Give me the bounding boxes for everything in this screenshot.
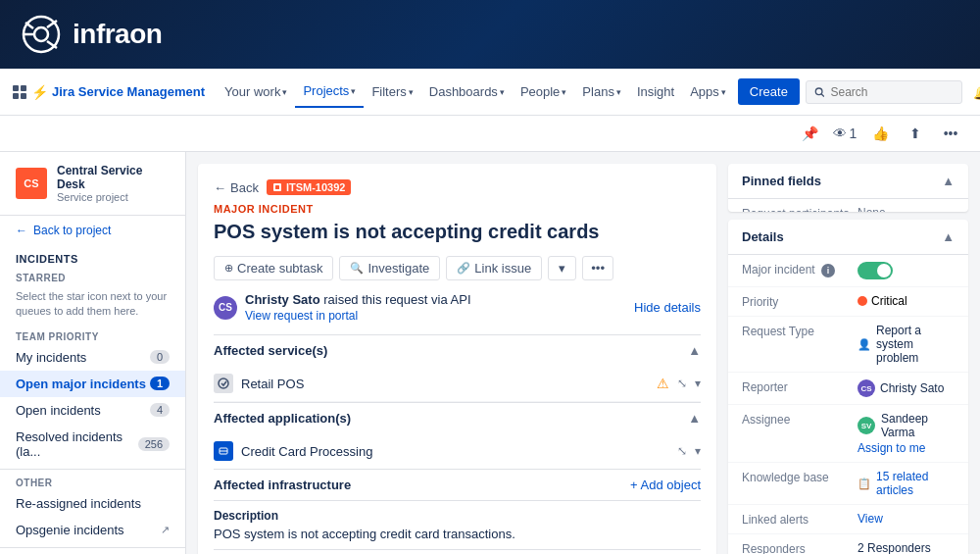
investigate-icon: 🔍 bbox=[350, 262, 364, 275]
brand-logo-icon bbox=[20, 13, 63, 56]
more-actions-button[interactable]: ••• bbox=[937, 120, 964, 147]
request-type-row: Request Type 👤 Report a system problem bbox=[728, 317, 968, 373]
brand-name-text: infraon bbox=[73, 19, 162, 50]
app-chevron[interactable]: ▾ bbox=[695, 444, 701, 458]
details-chevron[interactable]: ▲ bbox=[942, 229, 955, 244]
apps-chevron-icon[interactable]: ▲ bbox=[688, 411, 701, 426]
sidebar-item-reassigned[interactable]: Re-assigned incidents bbox=[0, 490, 185, 517]
back-to-project-link[interactable]: ← Back to project bbox=[0, 216, 185, 245]
add-object-button[interactable]: + Add object bbox=[630, 478, 701, 492]
svg-rect-10 bbox=[275, 185, 279, 189]
back-arrow: ← bbox=[214, 180, 226, 195]
resolved-count: 256 bbox=[138, 437, 170, 451]
app-item-credit-card: Credit Card Processing ⤡ ▾ bbox=[214, 433, 701, 469]
nav-apps[interactable]: Apps ▾ bbox=[682, 76, 734, 108]
action-bar: ⊕ Create subtask 🔍 Investigate 🔗 Link is… bbox=[214, 256, 701, 280]
nav-your-work[interactable]: Your work ▾ bbox=[217, 76, 295, 108]
reporter-text: Christy Sato raised this request via API bbox=[245, 292, 471, 307]
create-subtask-button[interactable]: ⊕ Create subtask bbox=[214, 256, 333, 280]
breadcrumb-row: ← Back ITSM-10392 bbox=[214, 179, 701, 195]
watch-button[interactable]: 👁 1 bbox=[831, 120, 858, 147]
sidebar-item-open-major-incidents[interactable]: Open major incidents 1 bbox=[0, 371, 185, 397]
issue-id-badge[interactable]: ITSM-10392 bbox=[267, 179, 352, 195]
affected-apps-header: Affected application(s) ▲ bbox=[214, 402, 701, 433]
sidebar-item-open-incidents[interactable]: Open incidents 4 bbox=[0, 397, 185, 424]
expand-app-icon[interactable]: ⤡ bbox=[677, 444, 687, 458]
back-arrow-icon: ← bbox=[16, 224, 27, 237]
nav-people[interactable]: People ▾ bbox=[513, 76, 574, 108]
service-name: Retail POS bbox=[241, 377, 304, 391]
pinned-fields-header: Pinned fields ▲ bbox=[728, 164, 968, 199]
service-item-retail-pos: Retail POS ⚠ ⤡ ▾ bbox=[214, 366, 701, 402]
pin-button[interactable]: 📌 bbox=[796, 120, 823, 147]
svg-rect-5 bbox=[13, 93, 19, 99]
details-header: Details ▲ bbox=[728, 220, 968, 255]
back-link[interactable]: ← Back bbox=[214, 180, 259, 195]
priority-row: Priority Critical bbox=[728, 287, 968, 317]
description-label: Description bbox=[214, 509, 701, 523]
sidebar-item-resolved-incidents[interactable]: Resolved incidents (la... 256 bbox=[0, 424, 185, 465]
issue-top-action-bar: 📌 👁 1 👍 ⬆ ••• bbox=[0, 116, 980, 152]
responders-row: Responders 2 Responders bbox=[728, 534, 968, 554]
more-button[interactable]: ••• bbox=[582, 256, 613, 280]
your-work-chevron: ▾ bbox=[282, 87, 287, 97]
nav-projects[interactable]: Projects ▾ bbox=[295, 76, 364, 108]
service-chevron[interactable]: ▾ bbox=[695, 377, 701, 390]
sidebar-project-header[interactable]: CS Central Service Desk Service project bbox=[0, 152, 185, 216]
toggle-on[interactable] bbox=[858, 262, 893, 279]
nav-filters[interactable]: Filters ▾ bbox=[364, 76, 420, 108]
svg-rect-3 bbox=[13, 85, 19, 91]
search-input[interactable] bbox=[830, 85, 953, 99]
dashboards-chevron: ▾ bbox=[500, 87, 505, 97]
pinned-chevron[interactable]: ▲ bbox=[942, 174, 955, 188]
main-layout: CS Central Service Desk Service project … bbox=[0, 152, 980, 554]
search-box[interactable] bbox=[806, 80, 962, 104]
create-button[interactable]: Create bbox=[738, 78, 800, 105]
issue-card: ← Back ITSM-10392 MAJOR INCIDENT POS sys… bbox=[198, 164, 716, 554]
svg-point-7 bbox=[815, 88, 822, 95]
nav-plans[interactable]: Plans ▾ bbox=[574, 76, 629, 108]
services-chevron[interactable]: ▲ bbox=[688, 343, 701, 358]
svg-line-8 bbox=[821, 93, 824, 96]
sidebar-divider-2 bbox=[0, 547, 185, 548]
notifications-button[interactable]: 🔔 9+ bbox=[968, 78, 980, 106]
investigate-button[interactable]: 🔍 Investigate bbox=[339, 256, 440, 280]
sidebar-divider bbox=[0, 469, 185, 470]
affected-services-header: Affected service(s) ▲ bbox=[214, 334, 701, 366]
reporter-detail-avatar: CS bbox=[858, 379, 875, 397]
link-issue-button[interactable]: 🔗 Link issue bbox=[446, 256, 542, 280]
nav-bar: ⚡ Jira Service Management Your work ▾ Pr… bbox=[0, 69, 980, 116]
major-incident-toggle[interactable] bbox=[858, 262, 955, 279]
projects-chevron: ▾ bbox=[351, 86, 356, 96]
issue-title: POS system is not accepting credit cards bbox=[214, 219, 701, 244]
starred-label: STARRED bbox=[0, 269, 185, 285]
kb-value[interactable]: 15 related articles bbox=[876, 470, 955, 497]
apps-grid-icon[interactable] bbox=[12, 78, 27, 106]
hide-details-link[interactable]: Hide details bbox=[634, 300, 701, 315]
nav-app-name[interactable]: ⚡ Jira Service Management bbox=[31, 84, 205, 100]
assign-to-me-link[interactable]: Assign to me bbox=[858, 441, 955, 455]
like-button[interactable]: 👍 bbox=[866, 120, 894, 147]
nav-insight[interactable]: Insight bbox=[629, 76, 682, 108]
brand-bar: infraon bbox=[0, 0, 980, 69]
app-icon bbox=[214, 441, 233, 461]
priority-value: Critical bbox=[858, 294, 955, 308]
view-portal-link[interactable]: View request in portal bbox=[245, 309, 471, 323]
brand-logo: infraon bbox=[20, 13, 162, 56]
share-button[interactable]: ⬆ bbox=[902, 120, 929, 147]
assignee-avatar: SV bbox=[858, 417, 875, 434]
linked-alerts-value[interactable]: View bbox=[858, 512, 955, 526]
open-major-count: 1 bbox=[150, 377, 170, 390]
expand-service-icon[interactable]: ⤡ bbox=[677, 377, 687, 390]
description-text: POS system is not accepting credit card … bbox=[214, 527, 701, 541]
reporter-info: CS Christy Sato raised this request via … bbox=[214, 292, 471, 323]
dropdown-button[interactable]: ▾ bbox=[548, 256, 576, 280]
sidebar-item-opsgenie[interactable]: Opsgenie incidents ↗ bbox=[0, 517, 185, 543]
major-incident-info-icon[interactable]: i bbox=[821, 264, 835, 277]
bolt-icon: ⚡ bbox=[31, 84, 48, 100]
project-type: Service project bbox=[57, 191, 170, 203]
nav-dashboards[interactable]: Dashboards ▾ bbox=[421, 76, 513, 108]
sidebar-item-my-incidents[interactable]: My incidents 0 bbox=[0, 344, 185, 371]
app-name: Credit Card Processing bbox=[241, 444, 372, 459]
reporter-row: CS Christy Sato raised this request via … bbox=[214, 292, 701, 323]
